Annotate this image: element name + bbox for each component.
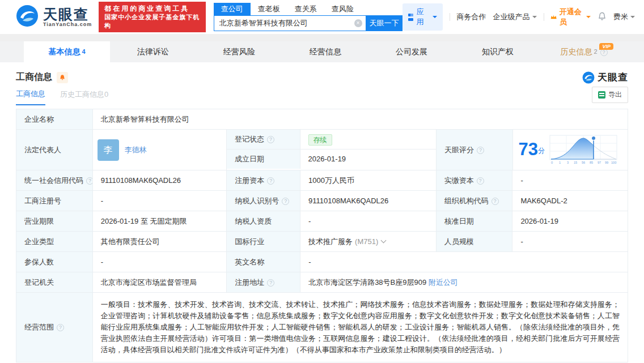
score-value: 73分 [519, 140, 545, 160]
slogan-line2: 国家中小企业发展子基金旗下机构 [104, 13, 200, 30]
insured-count-label: 参保人数 [16, 252, 93, 272]
tab-label: 公司发展 [396, 47, 427, 56]
reg-number-value: - [93, 191, 227, 211]
nearby-companies-link[interactable]: 附近公司 [429, 278, 458, 287]
company-name-value: 北京新希智算科技有限公司 [93, 109, 628, 129]
svg-text:97: 97 [598, 161, 601, 164]
search-input[interactable] [214, 15, 366, 31]
svg-text:1: 1 [559, 161, 561, 164]
tab-label: 历史信息 [560, 47, 592, 56]
industry-name: 技术推广服务 [308, 237, 353, 246]
help-icon[interactable]: ? [492, 198, 499, 205]
logo-subtitle: TianYanCha.com [43, 22, 92, 27]
subscribe-bell-icon[interactable] [57, 72, 68, 83]
vip-label: 开通会员 [560, 7, 582, 27]
search-tab-boss[interactable]: 查老板 [251, 3, 287, 15]
score-cell[interactable]: 73分 0 [513, 130, 628, 170]
tab-intellectual-property[interactable]: 知识产权 [455, 41, 541, 62]
help-icon[interactable]: ? [477, 147, 484, 154]
legal-rep-link[interactable]: 李德林 [125, 130, 147, 170]
reg-status-label: 登记状态? [227, 130, 300, 149]
help-icon[interactable]: ? [267, 177, 274, 185]
vip-upgrade-link[interactable]: 开通会员 [550, 7, 591, 27]
label-text: 实缴资本 [444, 176, 474, 185]
chevron-down-icon [630, 16, 635, 20]
search-button[interactable]: 天眼一下 [366, 15, 402, 31]
company-name-label: 企业名称 [16, 109, 93, 129]
help-icon[interactable]: ? [267, 136, 274, 143]
help-icon[interactable]: ? [57, 324, 64, 331]
chevron-down-icon[interactable] [381, 238, 387, 244]
tab-basic-info[interactable]: 基本信息4 [24, 41, 110, 62]
search-tab-risk[interactable]: 查风险 [324, 3, 361, 15]
excel-icon [598, 91, 605, 99]
industry-label: 国标行业 [227, 232, 300, 251]
score-marker-pin [591, 136, 595, 140]
approval-date-label: 核准日期 [437, 211, 513, 231]
tab-company-development[interactable]: 公司发展 [368, 41, 455, 62]
score-unit: 分 [538, 147, 545, 155]
tianyancha-logo-icon [582, 71, 595, 84]
help-icon[interactable]: ? [267, 279, 274, 287]
english-name-value: - [300, 252, 628, 272]
paid-capital-label: 实缴资本? [437, 170, 513, 190]
business-scope-label: 经营范围? [16, 293, 93, 362]
tab-count: 2 [594, 48, 597, 55]
search-type-tabs: 查公司 查老板 查关系 查风险 [214, 3, 402, 15]
tab-business-risk[interactable]: 经营风险 [196, 41, 282, 62]
tab-label: 经营信息 [310, 47, 341, 56]
industry-value[interactable]: 技术推广服务(M751) [300, 232, 437, 251]
menu-cooperation[interactable]: 商务合作 [457, 12, 486, 22]
score-distribution-chart: 0 1 3 15 56 85 97 99 100 [549, 134, 618, 166]
search-tab-relation[interactable]: 查关系 [287, 3, 324, 15]
label-text: 注册地址 [235, 278, 264, 287]
tab-legal-litigation[interactable]: 法律诉讼 [110, 41, 196, 62]
help-icon[interactable]: ? [477, 177, 484, 185]
staff-size-value: - [512, 232, 628, 251]
tab-label: 基本信息 [48, 47, 80, 56]
divider [544, 13, 544, 21]
avatar[interactable]: 李 [98, 139, 119, 161]
subtab-history-business-info[interactable]: 历史工商信息0 [60, 89, 108, 105]
company-nav-tabs: 基本信息4 法律诉讼 经营风险 经营信息 公司发展 知识产权 VIP 历史信息2… [0, 41, 644, 62]
tianyancha-logo[interactable]: 天眼查 TianYanCha.com [16, 5, 92, 29]
menu-enterprise[interactable]: 企业级产品 [493, 12, 537, 22]
search-tab-company[interactable]: 查公司 [214, 3, 251, 15]
export-label: 导出 [608, 90, 622, 100]
tab-history-info[interactable]: VIP 历史信息2? [541, 41, 627, 62]
credit-code-label: 统一社会信用代码? [16, 170, 93, 190]
business-term-label: 营业期限 [16, 211, 93, 231]
svg-text:56: 56 [582, 161, 585, 164]
subtab-bar: 工商信息 历史工商信息0 导出 [16, 86, 628, 108]
table-row: 营业期限 2026-01-19 至 无固定期限 纳税人资质 - 核准日期 202… [16, 211, 628, 232]
business-term-value: 2026-01-19 至 无固定期限 [93, 211, 227, 231]
insured-count-value: - [93, 252, 227, 272]
score-number: 73 [519, 139, 538, 159]
label-text: 经营范围 [24, 322, 54, 332]
notification-bell-icon[interactable] [598, 12, 607, 23]
vip-badge: VIP [599, 43, 613, 50]
legal-rep-cell: 李 李德林 [93, 130, 227, 170]
svg-text:99: 99 [605, 161, 608, 164]
svg-text:15: 15 [574, 161, 577, 164]
tab-business-info[interactable]: 经营信息 [282, 41, 368, 62]
help-icon[interactable]: ? [282, 198, 289, 205]
credit-code-value: 91110108MAK6QADL26 [93, 170, 227, 190]
chevron-down-icon [586, 16, 591, 20]
approval-date-value: 2026-01-19 [512, 211, 628, 231]
apps-menu[interactable]: 应用 [402, 3, 443, 31]
table-row: 统一社会信用代码? 91110108MAK6QADL26 注册资本? 1000万… [16, 170, 628, 191]
legal-rep-label: 法定代表人 [16, 130, 93, 170]
establish-date-label: 成立日期 [227, 150, 300, 169]
paid-capital-value: - [512, 170, 628, 190]
slogan-line1: 都在用的商业查询工具 [104, 4, 200, 13]
table-row: 经营范围? 一般项目：技术服务、技术开发、技术咨询、技术交流、技术转让、技术推广… [16, 293, 628, 362]
export-button[interactable]: 导出 [592, 87, 628, 103]
subtab-business-info[interactable]: 工商信息 [16, 89, 45, 105]
help-icon[interactable]: ? [86, 177, 93, 185]
user-menu[interactable]: 费米 [613, 12, 635, 22]
clear-icon[interactable]: × [354, 19, 362, 27]
score-label: 天眼评分? [437, 130, 513, 170]
label-text: 注册资本 [235, 176, 264, 185]
business-scope-value: 一般项目：技术服务、技术开发、技术咨询、技术交流、技术转让、技术推广；网络技术服… [93, 293, 628, 362]
